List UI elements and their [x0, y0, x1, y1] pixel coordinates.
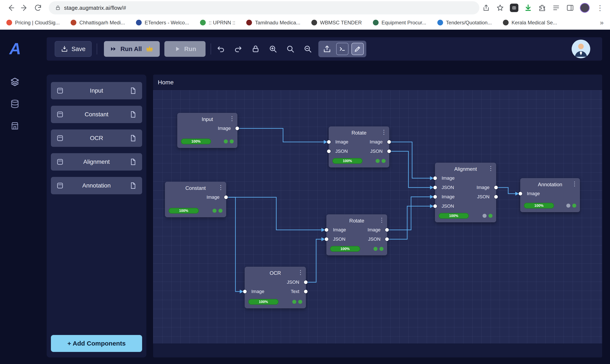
- edit-icon[interactable]: [352, 43, 364, 55]
- flow-node-input[interactable]: Input⋮Image100%: [177, 113, 237, 148]
- output-port[interactable]: [385, 228, 389, 232]
- input-port[interactable]: [433, 205, 437, 208]
- status-dot-green: [572, 204, 576, 208]
- node-menu-icon[interactable]: ⋮: [379, 217, 385, 223]
- component-item-constant[interactable]: Constant: [51, 106, 142, 123]
- bookmark-item[interactable]: Kerala Medical Se...: [503, 20, 557, 26]
- run-button[interactable]: Run: [164, 41, 205, 57]
- bookmark-item[interactable]: :: UPRNN ::: [200, 20, 235, 26]
- bookmark-item[interactable]: Tenders/Quotation...: [437, 20, 492, 26]
- node-footer: 100%: [177, 136, 237, 148]
- bookmark-item[interactable]: Equipment Procur...: [373, 20, 426, 26]
- undo-icon[interactable]: [216, 44, 225, 54]
- node-menu-icon[interactable]: ⋮: [229, 116, 235, 122]
- tools-group: [318, 41, 366, 57]
- extensions-puzzle-icon[interactable]: [538, 4, 546, 12]
- lock-icon[interactable]: [251, 44, 260, 54]
- component-item-alignment[interactable]: Alignment: [51, 153, 142, 170]
- terminal-icon[interactable]: [336, 43, 349, 55]
- layers-icon[interactable]: [10, 77, 20, 87]
- component-icon: [56, 134, 64, 142]
- input-port[interactable]: [325, 228, 328, 232]
- output-port[interactable]: [304, 290, 308, 293]
- output-port[interactable]: [494, 186, 498, 189]
- port-label: Image: [477, 185, 489, 190]
- component-item-ocr[interactable]: OCR: [51, 130, 142, 147]
- bookmark-label: :: UPRNN ::: [209, 20, 235, 26]
- output-port[interactable]: [224, 195, 228, 199]
- output-port[interactable]: [494, 195, 498, 199]
- bookmark-item[interactable]: Tamilnadu Medica...: [246, 20, 300, 26]
- input-port[interactable]: [327, 150, 331, 153]
- reading-list-icon[interactable]: [552, 4, 560, 12]
- output-port[interactable]: [235, 127, 239, 130]
- search-icon[interactable]: [286, 44, 295, 54]
- app-window: A Save Run All: [0, 30, 610, 364]
- output-port[interactable]: [387, 140, 391, 144]
- app-logo[interactable]: A: [9, 39, 20, 58]
- input-port[interactable]: [327, 140, 331, 144]
- input-port[interactable]: [243, 290, 247, 293]
- output-port[interactable]: [385, 237, 389, 241]
- reload-button[interactable]: [32, 2, 44, 13]
- screenshot-extension-icon[interactable]: [510, 4, 518, 12]
- flow-canvas[interactable]: Input⋮Image100%Rotate⋮ImageImageJSONJSON…: [153, 90, 602, 343]
- deploy-icon[interactable]: [321, 43, 333, 55]
- share-icon[interactable]: [482, 4, 490, 12]
- zoom-in-icon[interactable]: [268, 44, 278, 54]
- status-dots: [213, 209, 222, 213]
- input-port[interactable]: [519, 192, 522, 195]
- bookmark-star-icon[interactable]: [496, 4, 504, 12]
- download-extension-icon[interactable]: [524, 4, 532, 12]
- bookmark-favicon: [373, 20, 379, 26]
- user-avatar[interactable]: [572, 40, 590, 58]
- component-item-input[interactable]: Input: [51, 82, 142, 99]
- output-port[interactable]: [387, 150, 391, 153]
- node-menu-icon[interactable]: ⋮: [381, 129, 387, 135]
- component-icon: [56, 158, 64, 166]
- output-port[interactable]: [304, 281, 308, 284]
- port-label: Image: [251, 289, 264, 294]
- input-port[interactable]: [433, 195, 437, 199]
- port-label: JSON: [368, 236, 380, 242]
- flow-node-constant[interactable]: Constant⋮Image100%: [165, 182, 226, 217]
- flow-node-annotation[interactable]: Annotation⋮Image100%: [520, 178, 580, 212]
- bookmark-item[interactable]: Chhattisgarh Medi...: [71, 20, 125, 26]
- node-title: Constant⋮: [165, 182, 226, 193]
- flow-node-alignment[interactable]: Alignment⋮ImageJSONImageImageJSONJSON100…: [435, 163, 496, 222]
- bookmark-item[interactable]: WBMSC TENDER: [311, 20, 362, 26]
- redo-icon[interactable]: [233, 44, 243, 54]
- zoom-out-icon[interactable]: [303, 44, 312, 54]
- flow-node-rotate1[interactable]: Rotate⋮ImageImageJSONJSON100%: [329, 127, 389, 167]
- side-panel-icon[interactable]: [566, 4, 574, 12]
- input-port[interactable]: [325, 237, 328, 241]
- bookmark-item[interactable]: Pricing | CloudSig...: [6, 20, 60, 26]
- save-button[interactable]: Save: [55, 41, 92, 57]
- database-icon[interactable]: [10, 99, 20, 109]
- flow-node-rotate2[interactable]: Rotate⋮ImageImageJSONJSON100%: [326, 214, 387, 255]
- status-dots: [374, 247, 383, 251]
- bookmarks-overflow-chevron[interactable]: »: [595, 19, 604, 26]
- components-panel: InputConstantOCRAlignmentAnnotation + Ad…: [47, 75, 146, 357]
- add-components-button[interactable]: + Add Components: [51, 335, 142, 352]
- marketplace-icon[interactable]: [10, 121, 20, 131]
- component-list: InputConstantOCRAlignmentAnnotation: [51, 82, 142, 201]
- node-menu-icon[interactable]: ⋮: [572, 181, 578, 187]
- node-menu-icon[interactable]: ⋮: [218, 184, 224, 191]
- input-port[interactable]: [433, 186, 437, 189]
- bookmark-item[interactable]: ETenders - Welco...: [136, 20, 189, 26]
- run-all-button[interactable]: Run All: [104, 41, 160, 57]
- back-button[interactable]: [5, 2, 16, 13]
- port-label: Image: [367, 227, 380, 233]
- node-footer: 100%: [329, 156, 389, 167]
- address-bar[interactable]: stage.augmatrix.ai/flow/#: [49, 1, 479, 14]
- component-item-annotation[interactable]: Annotation: [51, 177, 142, 194]
- browser-menu-icon[interactable]: ⋮: [595, 4, 605, 12]
- input-port[interactable]: [433, 177, 437, 180]
- forward-button[interactable]: [19, 2, 30, 13]
- node-menu-icon[interactable]: ⋮: [488, 166, 494, 171]
- status-dot-green: [292, 300, 296, 304]
- browser-profile-avatar[interactable]: [580, 3, 590, 13]
- flow-node-ocr[interactable]: OCR⋮JSONImageText100%: [245, 267, 306, 308]
- node-menu-icon[interactable]: ⋮: [298, 270, 303, 275]
